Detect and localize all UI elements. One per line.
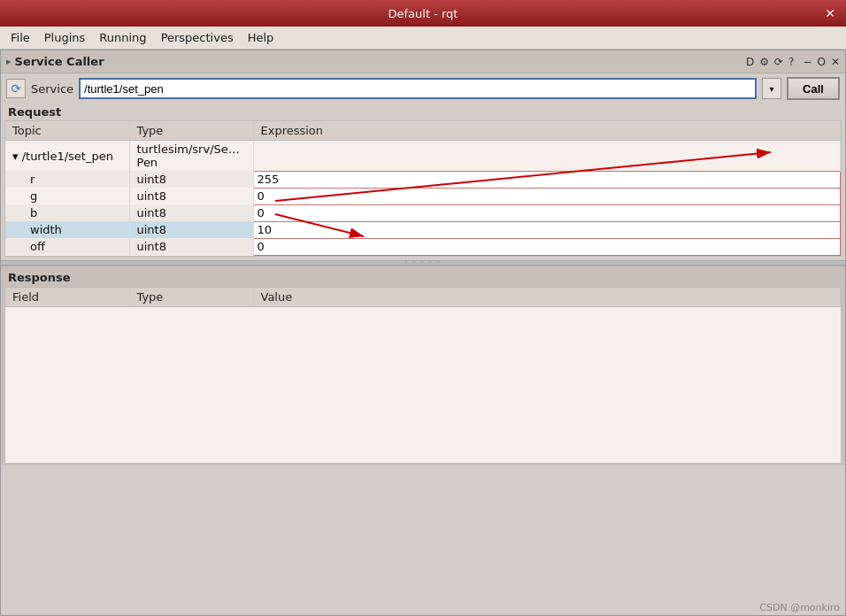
row-topic: ▾ /turtle1/set_pen — [5, 141, 129, 172]
table-row: buint80 — [5, 204, 841, 221]
panel-expand-icon: ▸ — [6, 56, 12, 67]
panel-header: ▸ Service Caller D ⚙ ⟳ ? − O ✕ — [1, 50, 845, 73]
row-type: uint8 — [129, 238, 253, 255]
service-dropdown[interactable]: ▾ — [762, 78, 781, 99]
status-bar: CSDN @monkiro — [754, 600, 845, 615]
col-value: Value — [253, 288, 841, 307]
call-button[interactable]: Call — [787, 77, 840, 100]
request-table-header: Topic Type Expression — [5, 121, 841, 141]
response-section: Response Field Type Value — [1, 266, 845, 466]
service-icon: ⟳ — [6, 79, 26, 98]
menu-perspectives[interactable]: Perspectives — [154, 29, 241, 46]
row-type: uint8 — [129, 221, 253, 238]
response-label: Response — [1, 268, 845, 287]
row-expression[interactable]: 0 — [253, 204, 841, 221]
menu-file[interactable]: File — [4, 29, 37, 46]
request-table: Topic Type Expression ▾ /turtle1/set_pen… — [5, 121, 841, 256]
request-section: Request Topic Type Expression ▾ /turtle1… — [1, 104, 845, 257]
table-row: widthuint810 — [5, 221, 841, 238]
response-table-wrapper: Field Type Value — [4, 287, 842, 464]
status-text: CSDN @monkiro — [759, 602, 840, 613]
col-topic: Topic — [5, 121, 129, 141]
request-label: Request — [1, 104, 845, 120]
row-expression[interactable]: 0 — [253, 238, 841, 255]
table-row: offuint80 — [5, 238, 841, 255]
panel-title: Service Caller — [15, 55, 104, 68]
col-type: Type — [129, 121, 253, 141]
close-button[interactable]: ✕ — [821, 4, 839, 22]
row-type: uint8 — [129, 204, 253, 221]
panel-ctrl-minus[interactable]: − — [801, 56, 813, 68]
panel-ctrl-help[interactable]: ? — [787, 56, 796, 68]
request-table-wrapper: Topic Type Expression ▾ /turtle1/set_pen… — [4, 120, 842, 257]
panel-controls: D ⚙ ⟳ ? − O ✕ — [744, 56, 842, 68]
row-topic: width — [5, 221, 129, 238]
response-table: Field Type Value — [5, 288, 841, 307]
row-type: turtlesim/srv/Se…Pen — [129, 141, 253, 172]
row-topic: r — [5, 171, 129, 188]
menu-help[interactable]: Help — [241, 29, 281, 46]
row-expression[interactable]: 0 — [253, 188, 841, 204]
panel-ctrl-refresh[interactable]: ⟳ — [773, 56, 785, 68]
row-expression[interactable]: 10 — [253, 221, 841, 238]
title-bar: Default - rqt ✕ — [0, 0, 846, 27]
response-table-header: Field Type Value — [5, 288, 841, 307]
col-field: Field — [5, 288, 129, 307]
menu-plugins[interactable]: Plugins — [37, 29, 93, 46]
splitter-handle: · · · · · — [405, 258, 442, 266]
row-expression — [253, 141, 841, 172]
service-input[interactable] — [79, 78, 757, 99]
panel-ctrl-gear[interactable]: ⚙ — [758, 56, 771, 68]
col-expression: Expression — [253, 121, 841, 141]
table-row: ruint8255 — [5, 171, 841, 188]
panel-ctrl-d[interactable]: D — [744, 56, 756, 68]
panel-ctrl-restore[interactable]: O — [815, 56, 827, 68]
menu-bar: File Plugins Running Perspectives Help — [0, 27, 846, 50]
row-topic: off — [5, 238, 129, 255]
row-type: uint8 — [129, 171, 253, 188]
col-type-resp: Type — [129, 288, 253, 307]
main-window: ▸ Service Caller D ⚙ ⟳ ? − O ✕ ⟳ Service… — [0, 50, 846, 616]
row-topic: b — [5, 204, 129, 221]
panel-ctrl-close[interactable]: ✕ — [829, 56, 842, 68]
menu-running[interactable]: Running — [92, 29, 153, 46]
table-row: ▾ /turtle1/set_penturtlesim/srv/Se…Pen — [5, 141, 841, 172]
row-type: uint8 — [129, 188, 253, 204]
table-row: guint80 — [5, 188, 841, 204]
service-row: ⟳ Service ▾ Call — [1, 73, 845, 104]
window-title: Default - rqt — [388, 7, 458, 20]
row-topic: g — [5, 188, 129, 204]
service-label: Service — [31, 82, 73, 96]
row-expression[interactable]: 255 — [253, 171, 841, 188]
